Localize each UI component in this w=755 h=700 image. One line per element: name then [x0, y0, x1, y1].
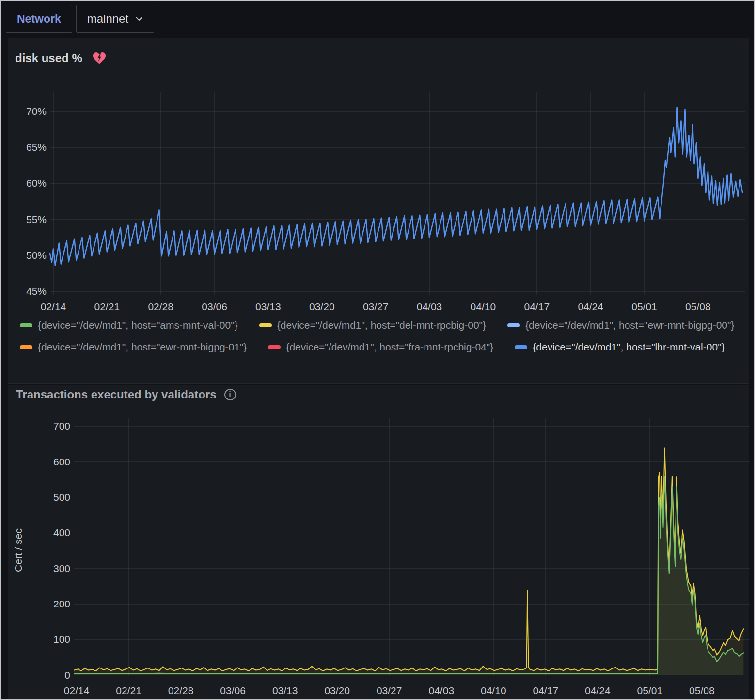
svg-text:05/01: 05/01 — [631, 301, 657, 312]
legend-series-label: {device="/dev/md1", host="ams-mnt-val-00… — [38, 318, 238, 332]
alert-broken-heart-icon — [92, 51, 107, 65]
panel-header: Transactions executed by validators i — [16, 388, 236, 401]
svg-text:70%: 70% — [26, 106, 47, 117]
svg-text:65%: 65% — [26, 142, 47, 153]
panel-title[interactable]: disk used % — [15, 51, 82, 65]
legend-series-swatch — [268, 345, 281, 349]
variable-value: mainnet — [87, 12, 128, 26]
variable-value-dropdown[interactable]: mainnet — [76, 5, 154, 33]
legend-item[interactable]: {device="/dev/md1", host="ewr-mnt-bigpg-… — [507, 318, 734, 332]
svg-text:02/28: 02/28 — [148, 301, 173, 312]
variable-label: Network — [17, 13, 61, 26]
panel-title[interactable]: Transactions executed by validators — [16, 388, 217, 401]
svg-text:700: 700 — [53, 420, 70, 431]
transactions-chart[interactable]: 02/1402/2102/2803/0603/1303/2003/2704/03… — [8, 409, 750, 700]
legend-series-swatch — [507, 323, 520, 327]
svg-text:300: 300 — [53, 563, 70, 574]
svg-text:03/06: 03/06 — [202, 301, 227, 312]
svg-text:05/08: 05/08 — [689, 685, 715, 696]
legend-item[interactable]: {device="/dev/md1", host="lhr-mnt-val-00… — [515, 340, 724, 354]
svg-text:05/08: 05/08 — [685, 301, 711, 312]
svg-text:Cert / sec: Cert / sec — [13, 528, 24, 572]
dashboard-toolbar: Network mainnet — [6, 5, 154, 33]
panel-header: disk used % — [15, 51, 107, 65]
svg-text:04/17: 04/17 — [524, 301, 550, 312]
svg-text:03/06: 03/06 — [220, 685, 246, 696]
svg-text:04/10: 04/10 — [481, 685, 506, 696]
svg-text:05/01: 05/01 — [637, 685, 663, 696]
info-icon[interactable]: i — [224, 389, 236, 400]
svg-text:04/03: 04/03 — [417, 301, 442, 312]
disk-used-chart[interactable]: 02/1402/2102/2803/0603/1303/2003/2704/03… — [8, 74, 750, 319]
svg-text:03/27: 03/27 — [363, 301, 389, 312]
svg-text:04/24: 04/24 — [585, 685, 611, 696]
legend-item[interactable]: {device="/dev/md1", host="fra-mnt-rpcbig… — [268, 340, 493, 354]
svg-text:04/17: 04/17 — [533, 685, 559, 696]
svg-text:55%: 55% — [26, 214, 47, 225]
svg-text:03/27: 03/27 — [377, 685, 402, 696]
legend-series-swatch — [20, 323, 32, 327]
svg-text:03/20: 03/20 — [324, 685, 350, 696]
svg-text:02/14: 02/14 — [41, 301, 66, 312]
legend-series-label: {device="/dev/md1", host="ewr-mnt-bigpg-… — [525, 318, 734, 332]
disk-used-legend: {device="/dev/md1", host="ams-mnt-val-00… — [20, 318, 743, 354]
legend-series-swatch — [515, 345, 527, 349]
svg-text:03/13: 03/13 — [255, 301, 281, 312]
chevron-down-icon — [135, 16, 143, 21]
svg-text:100: 100 — [53, 634, 70, 645]
legend-series-label: {device="/dev/md1", host="fra-mnt-rpcbig… — [286, 340, 493, 354]
legend-series-label: {device="/dev/md1", host="ewr-mnt-bigpg-… — [38, 340, 247, 354]
legend-item[interactable]: {device="/dev/md1", host="ams-mnt-val-00… — [20, 318, 238, 332]
legend-series-swatch — [259, 323, 272, 327]
svg-text:60%: 60% — [26, 177, 47, 189]
legend-item[interactable]: {device="/dev/md1", host="ewr-mnt-bigpg-… — [20, 340, 247, 354]
variable-label-box[interactable]: Network — [6, 5, 72, 33]
svg-text:03/13: 03/13 — [272, 685, 298, 696]
panel-disk-used: disk used % 02/1402/2102/2803/0603/1303/… — [8, 38, 749, 384]
svg-text:04/10: 04/10 — [471, 301, 496, 312]
legend-series-label: {device="/dev/md1", host="lhr-mnt-val-00… — [533, 340, 724, 354]
svg-text:02/21: 02/21 — [116, 685, 142, 696]
svg-text:50%: 50% — [26, 250, 47, 261]
svg-text:200: 200 — [53, 598, 70, 609]
svg-text:500: 500 — [53, 492, 70, 503]
svg-text:0: 0 — [64, 669, 70, 681]
legend-series-label: {device="/dev/md1", host="del-mnt-rpcbig… — [277, 318, 486, 332]
svg-text:400: 400 — [53, 527, 70, 538]
svg-text:04/24: 04/24 — [578, 301, 603, 312]
svg-text:04/03: 04/03 — [429, 685, 455, 696]
legend-series-swatch — [20, 345, 32, 349]
svg-text:02/14: 02/14 — [64, 685, 90, 696]
svg-text:02/28: 02/28 — [168, 685, 194, 696]
legend-item[interactable]: {device="/dev/md1", host="del-mnt-rpcbig… — [259, 318, 486, 332]
panel-transactions: Transactions executed by validators i 02… — [8, 385, 749, 699]
grafana-dashboard: { "toolbar": { "variable_label": "Networ… — [0, 0, 755, 700]
svg-text:02/21: 02/21 — [94, 301, 120, 312]
svg-text:03/20: 03/20 — [309, 301, 335, 312]
svg-text:600: 600 — [53, 456, 70, 467]
svg-text:45%: 45% — [26, 286, 47, 297]
